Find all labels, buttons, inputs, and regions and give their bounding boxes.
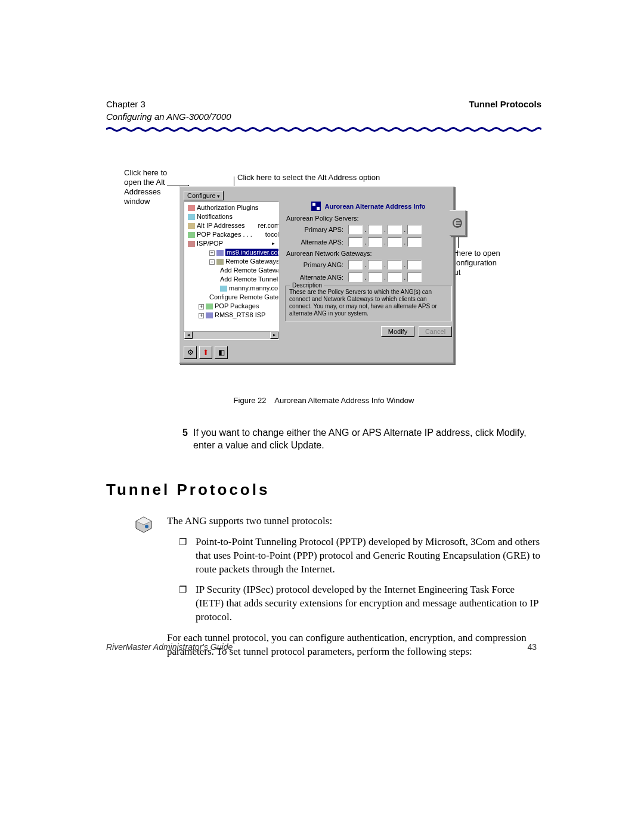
tree-icon [216, 259, 224, 265]
bullet-ipsec: IP Security (IPSec) protocol developed b… [179, 583, 541, 624]
alternate-ang-input[interactable]: ... [348, 272, 422, 282]
horizontal-scrollbar[interactable]: ◂ ▸ [184, 331, 278, 339]
footer-guide: RiverMaster Administrator's Guide [106, 642, 233, 652]
primary-aps-label: Primary APS: [296, 226, 343, 233]
toolbar-btn-1[interactable]: ⚙ [184, 346, 197, 359]
tree-item[interactable]: Alt IP Addressesrer.com [185, 221, 277, 230]
section-divider [106, 126, 541, 132]
primary-ang-label: Primary ANG: [296, 261, 343, 268]
tree-item[interactable]: POP Packages . . .tocols [185, 230, 277, 239]
primary-aps-input[interactable]: ... [348, 225, 422, 234]
tree-icon [188, 241, 195, 247]
bullet-pptp: Point-to-Point Tunneling Protocol (PPTP)… [179, 535, 541, 577]
callout-top: Click here to select the Alt Address opt… [237, 173, 416, 182]
tree-icon [188, 214, 195, 220]
topic-label: Tunnel Protocols [469, 98, 541, 110]
tree-item[interactable]: Configure Remote Gatew [185, 293, 277, 302]
scroll-left-button[interactable]: ◂ [184, 332, 193, 339]
chapter-label: Chapter 3 [106, 98, 145, 110]
figure-caption-text: Aurorean Alternate Address Info Window [274, 396, 414, 405]
step-number: 5 [106, 426, 182, 452]
tree-item[interactable]: +POP Packages [185, 302, 277, 311]
section-heading: Tunnel Protocols [106, 481, 541, 499]
tree-icon [206, 304, 213, 309]
config-pullout-handle[interactable] [450, 210, 466, 236]
figure-label: Figure 22 [234, 396, 267, 405]
modify-button[interactable]: Modify [381, 326, 414, 337]
step-text: If you want to change either the ANG or … [182, 426, 541, 452]
chapter-subtitle: Configuring an ANG-3000/7000 [106, 112, 541, 122]
tree-item[interactable]: manny.manny.co [185, 284, 277, 293]
panel-title: Aurorean Alternate Address Info [324, 203, 425, 210]
tree-icon [188, 232, 195, 238]
primary-ang-input[interactable]: ... [348, 260, 422, 270]
alternate-aps-input[interactable]: ... [348, 237, 422, 247]
tree-item[interactable]: −Remote Gateways [185, 257, 277, 266]
tree-item[interactable]: Notifications [185, 212, 277, 221]
toolbar-btn-3[interactable]: ◧ [215, 346, 228, 359]
network-icon [311, 202, 321, 211]
tree-item[interactable]: Add Remote Gatewa [185, 266, 277, 275]
tree-pane: Authorization PluginsNotificationsAlt IP… [184, 202, 279, 340]
tree-item[interactable]: ISP/POP [185, 239, 277, 248]
intro-paragraph: The ANG supports two tunnel protocols: [167, 515, 541, 528]
configure-menu[interactable]: Configure [184, 191, 224, 200]
alternate-ang-label: Alternate ANG: [296, 274, 343, 281]
callout-left: Click here to open the Alt Addresses win… [124, 168, 184, 207]
tree-icon [206, 312, 213, 318]
svg-point-2 [145, 525, 148, 528]
tree-item[interactable]: Add Remote Tunnel.. [185, 275, 277, 284]
tree-icon [188, 223, 195, 229]
cancel-button: Cancel [419, 326, 452, 337]
tree-item[interactable]: +RMS8_RTS8 ISP [185, 311, 277, 320]
footer-page: 43 [527, 642, 537, 652]
network-gateways-heading: Aurorean Network Gateways: [286, 250, 452, 257]
toolbar-btn-2[interactable]: ⬆ [199, 346, 212, 359]
protocol-icon [135, 515, 156, 659]
description-text: These are the Policy Servers to which th… [289, 289, 448, 317]
tree-icon [188, 205, 195, 211]
tree-item[interactable]: +ms9.indusriver.com [185, 248, 277, 257]
policy-servers-heading: Aurorean Policy Servers: [286, 215, 452, 222]
tree-icon [216, 250, 224, 256]
alt-address-window: Configure Authorization PluginsNotificat… [179, 186, 454, 364]
gear-icon [453, 218, 462, 228]
scroll-right-button[interactable]: ▸ [270, 332, 278, 339]
alternate-aps-label: Alternate APS: [296, 239, 343, 246]
description-legend: Description [290, 282, 324, 289]
tree-icon [220, 286, 227, 292]
tree-item[interactable]: Authorization Plugins [185, 203, 277, 212]
